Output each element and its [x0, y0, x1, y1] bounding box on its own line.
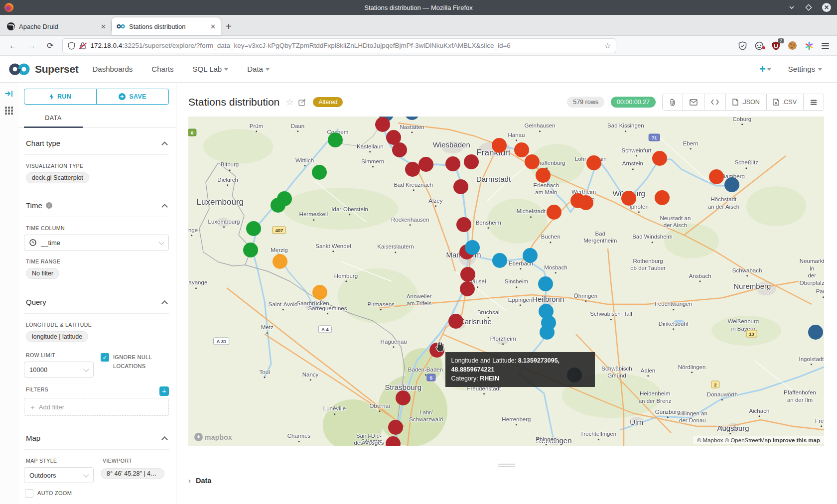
cookie-extension-icon[interactable]	[788, 41, 797, 50]
export-json-button[interactable]: .JSON	[726, 94, 767, 110]
map-data-point[interactable]	[464, 154, 479, 169]
map-data-point[interactable]	[621, 191, 636, 206]
navbar-item-sql-lab[interactable]: SQL Lab	[193, 56, 229, 82]
embed-code-button[interactable]	[704, 94, 726, 110]
ublock-extension-icon[interactable]: 2	[772, 41, 780, 50]
map-data-point[interactable]	[808, 325, 823, 340]
url-bar[interactable]: 172.18.0.4 :32251/superset/explore/?form…	[62, 38, 616, 53]
map-data-point[interactable]	[388, 420, 403, 435]
map-data-point[interactable]	[273, 254, 287, 269]
auto-zoom-checkbox[interactable]	[25, 489, 33, 498]
mapbox-logo[interactable]: ⌖mapbox	[194, 433, 232, 441]
close-icon[interactable]: ✕	[822, 3, 831, 12]
map-data-point[interactable]	[453, 179, 468, 194]
map-data-point[interactable]	[456, 217, 471, 232]
forward-button[interactable]: →	[28, 41, 36, 50]
navbar-item-charts[interactable]: Charts	[151, 56, 173, 82]
map-data-point[interactable]	[328, 132, 343, 147]
improve-map-link[interactable]: Improve this map	[773, 437, 820, 443]
superset-brand[interactable]: Superset	[8, 63, 78, 76]
map-data-point[interactable]	[448, 314, 463, 329]
deckgl-map[interactable]: PrümDaunCochemKastellaunSimmernNastätten…	[188, 117, 824, 446]
map-data-point[interactable]	[460, 267, 475, 282]
favorite-star-icon[interactable]: ☆	[285, 97, 293, 108]
map-data-point[interactable]	[375, 117, 390, 132]
map-data-point[interactable]	[405, 162, 420, 177]
viewport-value[interactable]: 8° 46' 45.28" | 49…	[101, 468, 164, 479]
viz-type-value[interactable]: deck.gl Scatterplot	[26, 172, 89, 183]
edit-icon[interactable]	[298, 99, 306, 106]
dataset-grid-icon[interactable]	[5, 107, 13, 115]
tracking-protection-icon[interactable]	[738, 41, 747, 50]
map-data-point[interactable]	[578, 195, 593, 210]
share-link-button[interactable]	[663, 94, 683, 110]
map-data-point[interactable]	[460, 281, 475, 296]
reload-button[interactable]: ⟳	[47, 41, 53, 50]
time-range-value[interactable]: No filter	[26, 268, 59, 279]
page-title: Stations distribution	[188, 96, 279, 108]
shield-icon[interactable]	[68, 42, 75, 50]
expand-panel-icon[interactable]	[4, 90, 13, 98]
map-data-point[interactable]	[536, 168, 551, 183]
map-data-point[interactable]	[418, 157, 433, 172]
map-data-point[interactable]	[525, 154, 540, 169]
run-button[interactable]: RUN	[24, 89, 97, 104]
export-csv-button[interactable]: .CSV	[767, 94, 804, 110]
panel-drag-handle[interactable]	[498, 462, 515, 469]
add-filter-box[interactable]: +Add filter	[24, 398, 169, 416]
map-data-point[interactable]	[392, 142, 407, 157]
maximize-icon[interactable]	[805, 4, 812, 11]
map-data-point[interactable]	[445, 156, 460, 171]
map-data-point[interactable]	[243, 243, 258, 257]
map-style-select[interactable]: Outdoors	[24, 467, 94, 483]
map-data-point[interactable]	[547, 205, 561, 220]
add-new-button[interactable]: +	[759, 63, 771, 76]
data-panel-toggle[interactable]: › Data	[188, 476, 211, 485]
map-data-point[interactable]	[586, 155, 601, 170]
map-data-point[interactable]	[312, 285, 327, 300]
save-button[interactable]: SAVE	[97, 89, 168, 104]
tab-close-icon[interactable]: ✕	[210, 23, 216, 30]
more-options-button[interactable]	[804, 94, 824, 110]
containers-extension-icon[interactable]	[755, 41, 764, 50]
section-query[interactable]: Query	[24, 287, 169, 314]
map-data-point[interactable]	[523, 248, 538, 263]
map-data-point[interactable]	[655, 190, 670, 205]
add-filter-plus-button[interactable]: +	[159, 386, 169, 396]
section-chart-type[interactable]: Chart type	[24, 128, 169, 155]
menu-icon[interactable]	[822, 41, 829, 50]
lonlat-value[interactable]: longitude | latitude	[26, 331, 88, 342]
time-column-select[interactable]: __time	[24, 235, 169, 251]
map-data-point[interactable]	[652, 151, 667, 166]
tab-apache-druid[interactable]: Apache Druid ✕	[2, 17, 111, 35]
settings-menu[interactable]: Settings	[788, 65, 822, 73]
row-limit-select[interactable]: 10000	[24, 362, 94, 378]
tab-stations-distribution[interactable]: Stations distribution ✕	[112, 17, 221, 35]
section-map[interactable]: Map	[24, 423, 169, 450]
ignore-null-checkbox[interactable]: ✓	[101, 353, 109, 362]
map-data-point[interactable]	[246, 221, 261, 236]
minimize-icon[interactable]	[788, 4, 795, 11]
tab-data[interactable]: DATA	[24, 110, 83, 127]
map-data-point[interactable]	[312, 165, 327, 180]
map-data-point[interactable]	[540, 325, 555, 340]
email-button[interactable]	[683, 94, 704, 110]
map-data-point[interactable]	[492, 138, 507, 153]
navbar-item-data[interactable]: Data	[247, 56, 270, 82]
map-data-point[interactable]	[271, 198, 285, 213]
map-data-point[interactable]	[538, 276, 553, 291]
map-data-point[interactable]	[709, 169, 724, 184]
insecure-lock-icon[interactable]	[79, 42, 86, 50]
pinwheel-extension-icon[interactable]	[805, 41, 814, 50]
map-data-point[interactable]	[465, 240, 480, 255]
back-button[interactable]: ←	[9, 41, 17, 50]
new-tab-button[interactable]: +	[226, 21, 232, 32]
navbar-item-dashboards[interactable]: Dashboards	[92, 56, 133, 82]
tab-close-icon[interactable]: ✕	[101, 23, 106, 30]
map-data-point[interactable]	[396, 390, 411, 405]
map-data-point[interactable]	[724, 177, 739, 192]
bookmark-star-icon[interactable]: ☆	[604, 41, 611, 50]
map-data-point[interactable]	[492, 253, 507, 268]
map-data-point[interactable]	[514, 142, 529, 157]
section-time[interactable]: Time i	[24, 190, 169, 217]
